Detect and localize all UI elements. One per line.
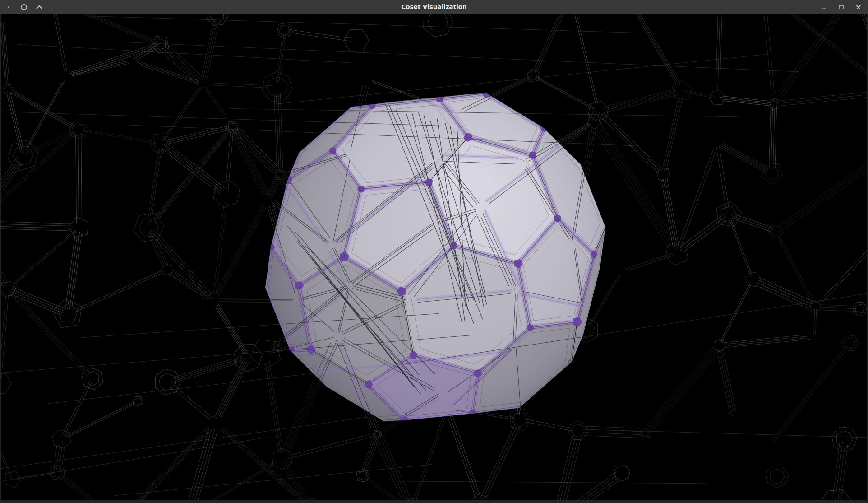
maximize-button[interactable] [837,3,845,11]
window-controls [820,0,863,14]
titlebar[interactable]: Coset Visualization [0,0,868,14]
close-button[interactable] [854,3,863,11]
dot-icon[interactable] [5,3,13,11]
minimize-button[interactable] [820,3,828,11]
app-window: Coset Visualization [0,0,868,503]
coset-3d-viewport[interactable] [1,14,867,500]
window-title: Coset Visualization [0,0,868,14]
window-resize-edge-bottom[interactable] [0,500,868,503]
titlebar-left-icons [5,0,43,14]
chevron-up-icon[interactable] [35,3,43,11]
circle-icon[interactable] [20,3,28,11]
